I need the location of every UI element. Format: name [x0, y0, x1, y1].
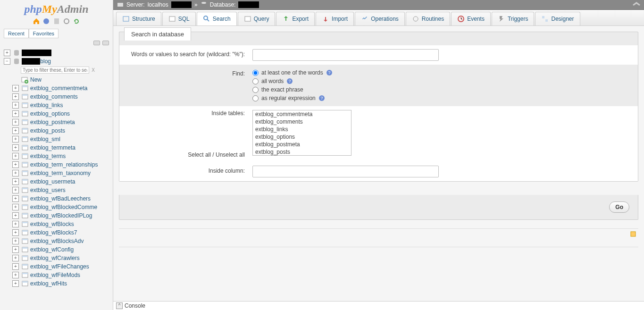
- expand-icon[interactable]: +: [12, 272, 19, 278]
- table-name[interactable]: extblog_commentmeta: [30, 85, 87, 92]
- settings-icon[interactable]: [63, 17, 70, 25]
- browse-icon[interactable]: [21, 152, 29, 160]
- expand-icon[interactable]: +: [12, 170, 19, 176]
- sidebar-table-item[interactable]: +extblog_wfBlocks7: [11, 228, 113, 237]
- table-name[interactable]: extblog_options: [30, 110, 70, 117]
- sidebar-table-item[interactable]: +extblog_wfCrawlers: [11, 254, 113, 262]
- browse-icon[interactable]: [21, 271, 29, 279]
- clear-filter-icon[interactable]: X: [92, 67, 95, 73]
- table-name[interactable]: extblog_users: [30, 187, 66, 193]
- table-name[interactable]: extblog_postmeta: [30, 119, 75, 126]
- table-name[interactable]: extblog_wfBlockedComme: [30, 204, 97, 210]
- sidebar-table-item[interactable]: +extblog_posts: [11, 126, 113, 135]
- browse-icon[interactable]: [21, 178, 29, 185]
- sidebar-table-item[interactable]: +extblog_term_taxonomy: [11, 169, 113, 177]
- browse-icon[interactable]: [21, 118, 29, 126]
- sidebar-table-item[interactable]: +extblog_sml: [11, 135, 113, 143]
- sidebar-table-item[interactable]: +extblog_wfHits: [11, 279, 113, 288]
- tab-routines[interactable]: Routines: [406, 12, 450, 25]
- table-name[interactable]: extblog_term_taxonomy: [30, 170, 91, 176]
- sidebar-table-item[interactable]: +extblog_postmeta: [11, 118, 113, 126]
- help-icon[interactable]: ?: [286, 78, 293, 84]
- table-name[interactable]: extblog_wfFileChanges: [30, 263, 89, 270]
- table-name[interactable]: extblog_wfBlocksAdv: [30, 238, 84, 244]
- browse-icon[interactable]: [21, 93, 29, 101]
- expand-icon[interactable]: +: [12, 110, 19, 117]
- search-words-input[interactable]: [252, 49, 439, 61]
- expand-icon[interactable]: +: [12, 246, 19, 253]
- sidebar-table-item[interactable]: +extblog_usermeta: [11, 177, 113, 186]
- browse-icon[interactable]: [21, 144, 29, 151]
- browse-icon[interactable]: [21, 246, 29, 253]
- expand-icon[interactable]: +: [4, 50, 10, 56]
- table-option[interactable]: extblog_comments: [253, 118, 351, 126]
- radio-exact-phrase[interactable]: [252, 87, 259, 93]
- sidebar-table-item[interactable]: +extblog_wfFileMods: [11, 271, 113, 279]
- expand-icon[interactable]: +: [12, 85, 19, 92]
- table-name[interactable]: extblog_wfFileMods: [30, 272, 80, 278]
- sidebar-table-item[interactable]: +extblog_comments: [11, 92, 113, 101]
- browse-icon[interactable]: [21, 212, 29, 219]
- collapse-nav-icon[interactable]: [93, 41, 100, 45]
- browse-icon[interactable]: [21, 127, 29, 134]
- inside-column-input[interactable]: [252, 166, 439, 177]
- sidebar-table-item[interactable]: +extblog_links: [11, 101, 113, 109]
- inside-tables-select[interactable]: extblog_commentmetaextblog_commentsextbl…: [252, 110, 351, 156]
- table-name[interactable]: extblog_wfBlocks7: [30, 229, 77, 236]
- table-option[interactable]: extblog_commentmeta: [253, 110, 351, 118]
- table-filter-input[interactable]: [21, 67, 89, 74]
- browse-icon[interactable]: [21, 161, 29, 168]
- recent-tab[interactable]: Recent: [4, 29, 29, 38]
- sidebar-table-item[interactable]: +extblog_wfBadLeechers: [11, 194, 113, 203]
- logout-icon[interactable]: [42, 17, 50, 25]
- tab-import[interactable]: Import: [316, 12, 354, 25]
- expand-icon[interactable]: +: [12, 119, 19, 126]
- sidebar-table-item[interactable]: +extblog_wfBlocks: [11, 220, 113, 228]
- tab-structure[interactable]: Structure: [116, 12, 161, 25]
- expand-icon[interactable]: +: [12, 238, 19, 244]
- expand-icon[interactable]: +: [12, 221, 19, 227]
- expand-icon[interactable]: +: [12, 161, 19, 168]
- bookmark-icon[interactable]: [630, 231, 636, 239]
- expand-icon[interactable]: +: [12, 187, 19, 193]
- table-name[interactable]: extblog_termmeta: [30, 144, 75, 151]
- table-name[interactable]: extblog_wfCrawlers: [30, 255, 80, 261]
- table-option[interactable]: extblog_links: [253, 126, 351, 133]
- expand-icon[interactable]: +: [12, 136, 19, 142]
- sidebar-table-item[interactable]: +extblog_options: [11, 109, 113, 118]
- db-name-suffix[interactable]: blog: [40, 58, 51, 65]
- table-name[interactable]: extblog_wfHits: [30, 280, 67, 287]
- expand-icon[interactable]: +: [12, 280, 19, 287]
- sidebar-table-item[interactable]: +extblog_terms: [11, 152, 113, 160]
- expand-icon[interactable]: +: [12, 93, 19, 100]
- browse-icon[interactable]: [21, 203, 29, 211]
- tab-export[interactable]: Export: [276, 12, 315, 25]
- sidebar-table-item[interactable]: +extblog_wfFileChanges: [11, 262, 113, 271]
- browse-icon[interactable]: [21, 169, 29, 177]
- sidebar-table-item[interactable]: +extblog_wfConfig: [11, 245, 113, 254]
- table-name[interactable]: extblog_wfBlocks: [30, 221, 74, 227]
- help-icon[interactable]: ?: [318, 95, 325, 101]
- table-name[interactable]: extblog_sml: [30, 136, 60, 142]
- expand-icon[interactable]: +: [12, 102, 19, 109]
- sidebar-table-item[interactable]: +extblog_wfBlockedComme: [11, 203, 113, 211]
- table-name[interactable]: extblog_links: [30, 102, 63, 109]
- browse-icon[interactable]: [21, 280, 29, 287]
- expand-icon[interactable]: +: [12, 195, 19, 202]
- browse-icon[interactable]: [21, 135, 29, 143]
- console-expand-icon[interactable]: ^: [116, 302, 123, 309]
- help-icon[interactable]: ?: [326, 69, 333, 76]
- radio-regex[interactable]: [252, 95, 259, 101]
- table-option[interactable]: extblog_options: [253, 133, 351, 141]
- expand-icon[interactable]: +: [12, 229, 19, 236]
- tab-query[interactable]: Query: [238, 12, 276, 25]
- expand-icon[interactable]: +: [12, 263, 19, 270]
- sidebar-table-item[interactable]: +extblog_users: [11, 186, 113, 194]
- db-name-redacted[interactable]: [22, 58, 40, 65]
- sidebar-table-item[interactable]: +extblog_wfBlockedIPLog: [11, 211, 113, 220]
- sidebar-table-item[interactable]: +extblog_commentmeta: [11, 84, 113, 92]
- expand-icon[interactable]: +: [12, 144, 19, 151]
- reload-icon[interactable]: [73, 17, 80, 25]
- link-nav-icon[interactable]: [102, 41, 109, 45]
- expand-icon[interactable]: +: [12, 204, 19, 210]
